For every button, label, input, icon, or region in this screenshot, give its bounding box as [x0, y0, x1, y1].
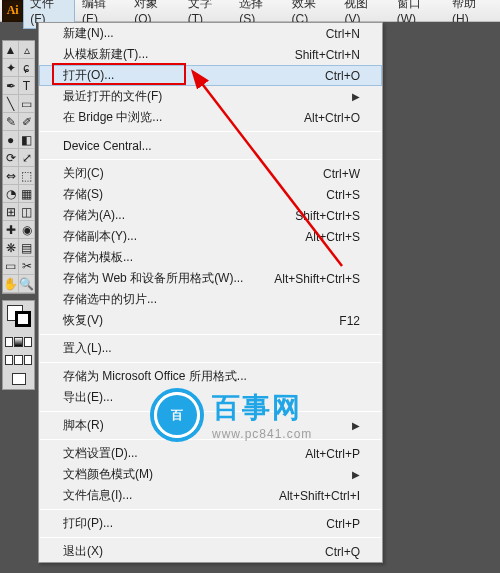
menu-item-shortcut: Ctrl+N [326, 27, 360, 41]
gradient-tool-icon[interactable]: ◫ [19, 203, 35, 221]
menu-item-shortcut: Shift+Ctrl+N [295, 48, 360, 62]
menu-item[interactable]: 从模板新建(T)...Shift+Ctrl+N [39, 44, 382, 65]
menu-item[interactable]: 文档颜色模式(M)▶ [39, 464, 382, 485]
eyedropper-tool-icon[interactable]: ✚ [3, 221, 19, 239]
menu-item-shortcut: Ctrl+Q [325, 545, 360, 559]
menu-item[interactable]: 存储选中的切片... [39, 289, 382, 310]
perspective-grid-tool-icon[interactable]: ▦ [19, 185, 35, 203]
screen-mode-icon[interactable] [12, 373, 26, 385]
menu-item-shortcut: Ctrl+O [325, 69, 360, 83]
none-mode-icon[interactable] [24, 337, 32, 347]
slice-tool-icon[interactable]: ✂ [19, 257, 35, 275]
menu-item[interactable]: 存储为 Microsoft Office 所用格式... [39, 366, 382, 387]
menu-item-label: 文档颜色模式(M) [63, 466, 153, 483]
menu-item-label: 在 Bridge 中浏览... [63, 109, 162, 126]
menu-item[interactable]: 最近打开的文件(F)▶ [39, 86, 382, 107]
menu-item[interactable]: Device Central... [39, 135, 382, 156]
mesh-tool-icon[interactable]: ⊞ [3, 203, 19, 221]
color-swatches [2, 300, 35, 390]
menu-item[interactable]: 置入(L)... [39, 338, 382, 359]
menu-separator [40, 439, 381, 440]
menu-separator [40, 362, 381, 363]
menu-item[interactable]: 新建(N)...Ctrl+N [39, 23, 382, 44]
menu-item[interactable]: 打开(O)...Ctrl+O [39, 65, 382, 86]
menu-item[interactable]: 脚本(R)▶ [39, 415, 382, 436]
menu-item-shortcut: ▶ [352, 469, 360, 480]
zoom-tool-icon[interactable]: 🔍 [19, 275, 35, 293]
menu-item[interactable]: 在 Bridge 中浏览...Alt+Ctrl+O [39, 107, 382, 128]
menubar: Ai 文件(F)编辑(E)对象(O)文字(T)选择(S)效果(C)视图(V)窗口… [0, 0, 500, 22]
menu-item[interactable]: 恢复(V)F12 [39, 310, 382, 331]
stroke-swatch[interactable] [15, 311, 31, 327]
menu-item-shortcut: Alt+Ctrl+S [305, 230, 360, 244]
menu-item[interactable]: 打印(P)...Ctrl+P [39, 513, 382, 534]
menu-item[interactable]: 存储为模板... [39, 247, 382, 268]
menu-item-shortcut: Alt+Ctrl+O [304, 111, 360, 125]
menu-separator [40, 159, 381, 160]
direct-selection-tool-icon[interactable]: ▵ [19, 41, 35, 59]
menu-item[interactable]: 存储副本(Y)...Alt+Ctrl+S [39, 226, 382, 247]
pencil-tool-icon[interactable]: ✐ [19, 113, 35, 131]
eraser-tool-icon[interactable]: ◧ [19, 131, 35, 149]
menu-item[interactable]: 文档设置(D)...Alt+Ctrl+P [39, 443, 382, 464]
menu-item-label: Device Central... [63, 139, 152, 153]
shape-builder-tool-icon[interactable]: ◔ [3, 185, 19, 203]
pen-tool-icon[interactable]: ✒ [3, 77, 19, 95]
menu-item-label: 存储选中的切片... [63, 291, 157, 308]
gradient-mode-icon[interactable] [14, 337, 22, 347]
type-tool-icon[interactable]: T [19, 77, 35, 95]
menu-item-shortcut: Alt+Ctrl+P [305, 447, 360, 461]
symbol-sprayer-tool-icon[interactable]: ❋ [3, 239, 19, 257]
brush-tool-icon[interactable]: ✎ [3, 113, 19, 131]
column-graph-tool-icon[interactable]: ▤ [19, 239, 35, 257]
menu-item-shortcut: ▶ [352, 420, 360, 431]
menu-item-label: 导出(E)... [63, 389, 113, 406]
draw-behind-icon[interactable] [14, 355, 22, 365]
width-tool-icon[interactable]: ⇔ [3, 167, 19, 185]
menu-item-label: 文档设置(D)... [63, 445, 138, 462]
menu-item-shortcut: Alt+Shift+Ctrl+S [274, 272, 360, 286]
blend-tool-icon[interactable]: ◉ [19, 221, 35, 239]
menu-item-label: 关闭(C) [63, 165, 104, 182]
menu-item-label: 从模板新建(T)... [63, 46, 148, 63]
menu-separator [40, 411, 381, 412]
lasso-tool-icon[interactable]: ɕ [19, 59, 35, 77]
menu-separator [40, 334, 381, 335]
menu-item-label: 存储(S) [63, 186, 103, 203]
menu-item[interactable]: 存储(S)Ctrl+S [39, 184, 382, 205]
menu-item-label: 最近打开的文件(F) [63, 88, 162, 105]
app-icon: Ai [2, 0, 23, 22]
menu-item-shortcut: Ctrl+W [323, 167, 360, 181]
blob-brush-tool-icon[interactable]: ● [3, 131, 19, 149]
menu-item-shortcut: Alt+Shift+Ctrl+I [279, 489, 360, 503]
draw-inside-icon[interactable] [24, 355, 32, 365]
free-transform-tool-icon[interactable]: ⬚ [19, 167, 35, 185]
menu-item-label: 存储为 Web 和设备所用格式(W)... [63, 270, 243, 287]
menu-item-label: 存储为 Microsoft Office 所用格式... [63, 368, 247, 385]
menu-item-shortcut: Shift+Ctrl+S [295, 209, 360, 223]
hand-tool-icon[interactable]: ✋ [3, 275, 19, 293]
selection-tool-icon[interactable]: ▲ [3, 41, 19, 59]
menu-separator [40, 131, 381, 132]
magic-wand-tool-icon[interactable]: ✦ [3, 59, 19, 77]
menu-item[interactable]: 导出(E)... [39, 387, 382, 408]
rotate-tool-icon[interactable]: ⟳ [3, 149, 19, 167]
menu-item[interactable]: 关闭(C)Ctrl+W [39, 163, 382, 184]
menu-item[interactable]: 存储为 Web 和设备所用格式(W)...Alt+Shift+Ctrl+S [39, 268, 382, 289]
draw-normal-icon[interactable] [5, 355, 13, 365]
scale-tool-icon[interactable]: ⤢ [19, 149, 35, 167]
menu-item[interactable]: 存储为(A)...Shift+Ctrl+S [39, 205, 382, 226]
menu-separator [40, 537, 381, 538]
toolbox: ▲▵ ✦ɕ ✒T ╲▭ ✎✐ ●◧ ⟳⤢ ⇔⬚ ◔▦ ⊞◫ ✚◉ ❋▤ ▭✂ ✋… [2, 40, 35, 390]
menu-item-label: 文件信息(I)... [63, 487, 132, 504]
menu-item[interactable]: 文件信息(I)...Alt+Shift+Ctrl+I [39, 485, 382, 506]
menu-item-shortcut: Ctrl+P [326, 517, 360, 531]
menu-item[interactable]: 退出(X)Ctrl+Q [39, 541, 382, 562]
menu-item-label: 存储为(A)... [63, 207, 125, 224]
artboard-tool-icon[interactable]: ▭ [3, 257, 19, 275]
rectangle-tool-icon[interactable]: ▭ [19, 95, 35, 113]
menu-item-shortcut: ▶ [352, 91, 360, 102]
menu-item-label: 退出(X) [63, 543, 103, 560]
color-mode-icon[interactable] [5, 337, 13, 347]
line-tool-icon[interactable]: ╲ [3, 95, 19, 113]
